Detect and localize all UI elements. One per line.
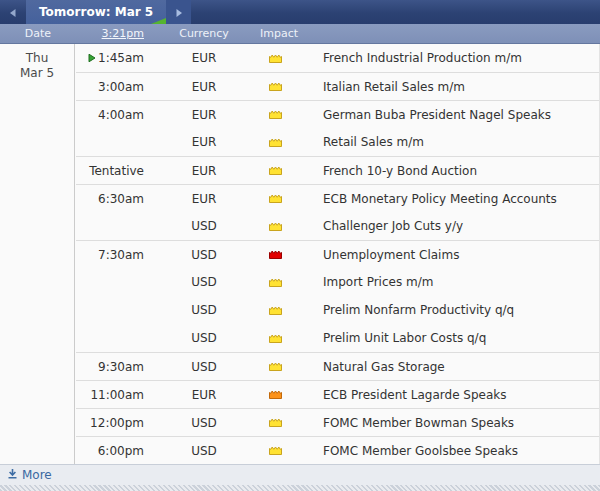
event-row[interactable]: USD Import Prices m/m	[76, 268, 599, 296]
play-icon	[88, 53, 96, 63]
event-title: Prelim Unit Labor Costs q/q	[290, 331, 599, 345]
event-currency: USD	[148, 416, 260, 430]
event-currency: USD	[148, 360, 260, 374]
bottom-hatch-strip	[0, 485, 600, 491]
impact-icon	[260, 166, 290, 175]
impact-icon	[260, 138, 290, 147]
event-currency: USD	[148, 219, 260, 233]
impact-icon	[260, 222, 290, 231]
event-currency: USD	[148, 444, 260, 458]
column-header-row: Date 3:21pm Currency Impact	[0, 24, 600, 44]
event-time: 9:30am	[98, 360, 144, 374]
impact-icon	[260, 250, 290, 259]
event-currency: EUR	[148, 108, 260, 122]
event-time-cell: 3:00am	[76, 80, 148, 94]
date-cell: Thu Mar 5	[0, 44, 75, 464]
event-time-cell: 6:30am	[76, 192, 148, 206]
impact-icon	[260, 278, 290, 287]
event-row[interactable]: 11:00am EUR ECB President Lagarde Speaks	[76, 380, 599, 408]
event-time: 6:30am	[98, 192, 144, 206]
event-title: FOMC Member Goolsbee Speaks	[290, 444, 599, 458]
impact-icon	[260, 334, 290, 343]
event-currency: USD	[148, 275, 260, 289]
current-time-link[interactable]: 3:21pm	[102, 27, 144, 40]
impact-icon	[260, 390, 290, 399]
event-row[interactable]: Tentative EUR French 10-y Bond Auction	[76, 156, 599, 184]
event-time: 4:00am	[98, 108, 144, 122]
event-time-cell: Tentative	[76, 164, 148, 178]
event-row[interactable]: 3:00am EUR Italian Retail Sales m/m	[76, 72, 599, 100]
impact-icon	[260, 446, 290, 455]
event-title: German Buba President Nagel Speaks	[290, 108, 599, 122]
event-title: French 10-y Bond Auction	[290, 164, 599, 178]
event-currency: USD	[148, 303, 260, 317]
event-time: 3:00am	[98, 80, 144, 94]
column-currency-label: Currency	[148, 27, 260, 40]
event-currency: EUR	[148, 80, 260, 94]
chevron-left-icon	[9, 3, 17, 22]
event-title: ECB President Lagarde Speaks	[290, 388, 599, 402]
impact-icon	[260, 306, 290, 315]
event-title: Italian Retail Sales m/m	[290, 80, 599, 94]
event-row[interactable]: 7:30am USD Unemployment Claims	[76, 240, 599, 268]
event-row[interactable]: 1:45am EUR French Industrial Production …	[76, 44, 599, 72]
impact-icon	[260, 418, 290, 427]
event-currency: EUR	[148, 164, 260, 178]
event-title: French Industrial Production m/m	[290, 51, 599, 65]
event-time: 1:45am	[98, 51, 144, 65]
impact-icon	[260, 54, 290, 63]
event-row[interactable]: EUR Retail Sales m/m	[76, 128, 599, 156]
event-title: Import Prices m/m	[290, 275, 599, 289]
day-tab[interactable]: Tomorrow: Mar 5	[26, 0, 166, 24]
event-time: 7:30am	[98, 248, 144, 262]
calendar-day-bar: Tomorrow: Mar 5	[0, 0, 600, 24]
event-row[interactable]: 6:00pm USD FOMC Member Goolsbee Speaks	[76, 436, 599, 464]
day-tab-label: Tomorrow: Mar 5	[39, 5, 153, 19]
event-time: 6:00pm	[98, 444, 144, 458]
column-impact-label: Impact	[260, 27, 290, 40]
next-day-button[interactable]	[166, 0, 191, 24]
event-time-cell: 7:30am	[76, 248, 148, 262]
event-row[interactable]: USD Challenger Job Cuts y/y	[76, 212, 599, 240]
event-currency: EUR	[148, 192, 260, 206]
calendar-footer: More	[0, 464, 600, 485]
impact-icon	[260, 110, 290, 119]
event-row[interactable]: 4:00am EUR German Buba President Nagel S…	[76, 100, 599, 128]
chevron-right-icon	[175, 3, 183, 22]
prev-day-button[interactable]	[0, 0, 26, 24]
event-currency: EUR	[148, 135, 260, 149]
event-time: 12:00pm	[90, 416, 144, 430]
event-time-cell: 6:00pm	[76, 444, 148, 458]
impact-icon	[260, 362, 290, 371]
date-value: Mar 5	[0, 66, 74, 81]
column-date-label: Date	[0, 27, 76, 40]
event-time-cell: 4:00am	[76, 108, 148, 122]
impact-icon	[260, 194, 290, 203]
economic-calendar: Tomorrow: Mar 5 Date 3:21pm Currency Imp…	[0, 0, 600, 491]
event-title: Retail Sales m/m	[290, 135, 599, 149]
download-arrow-icon	[7, 468, 18, 482]
event-row[interactable]: 9:30am USD Natural Gas Storage	[76, 352, 599, 380]
event-row[interactable]: 12:00pm USD FOMC Member Bowman Speaks	[76, 408, 599, 436]
event-time-cell: 9:30am	[76, 360, 148, 374]
event-time-cell: 12:00pm	[76, 416, 148, 430]
event-title: Challenger Job Cuts y/y	[290, 219, 599, 233]
current-time-cell: 3:21pm	[76, 27, 148, 40]
event-table: Thu Mar 5 1:45am EUR French Industrial P…	[0, 44, 600, 464]
event-row[interactable]: 6:30am EUR ECB Monetary Policy Meeting A…	[76, 184, 599, 212]
event-time-cell: 11:00am	[76, 388, 148, 402]
event-currency: EUR	[148, 51, 260, 65]
active-day-indicator	[151, 18, 166, 24]
event-title: Prelim Nonfarm Productivity q/q	[290, 303, 599, 317]
event-title: FOMC Member Bowman Speaks	[290, 416, 599, 430]
event-row[interactable]: USD Prelim Unit Labor Costs q/q	[76, 324, 599, 352]
event-title: Natural Gas Storage	[290, 360, 599, 374]
event-rows: 1:45am EUR French Industrial Production …	[76, 44, 599, 464]
more-label: More	[22, 468, 52, 482]
event-title: ECB Monetary Policy Meeting Accounts	[290, 192, 599, 206]
event-currency: EUR	[148, 388, 260, 402]
event-title: Unemployment Claims	[290, 248, 599, 262]
more-link[interactable]: More	[7, 468, 52, 482]
date-weekday: Thu	[0, 51, 74, 66]
event-row[interactable]: USD Prelim Nonfarm Productivity q/q	[76, 296, 599, 324]
